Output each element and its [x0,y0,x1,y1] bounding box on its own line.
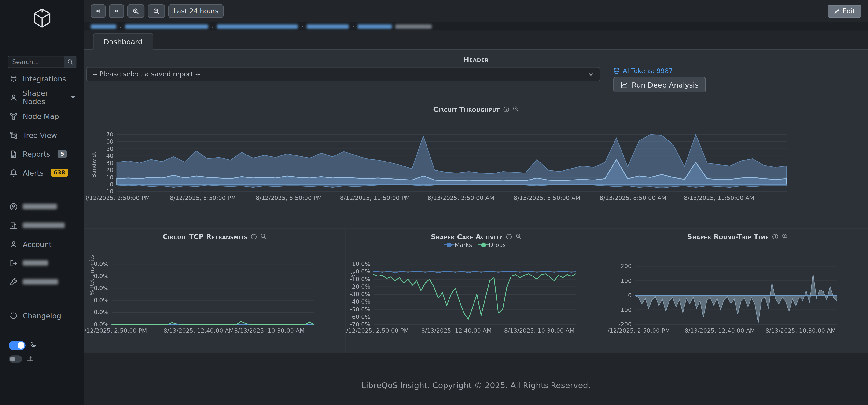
zoom-out-button[interactable] [148,4,165,18]
throughput-title: Circuit Throughput [433,105,500,113]
reports-icon [9,150,18,158]
breadcrumb-separator: › [352,24,354,29]
sidebar-item-redacted-logout[interactable] [0,253,84,272]
breadcrumb-link-redacted[interactable] [358,24,392,29]
sidebar-item-changelog[interactable]: Changelog [0,306,84,325]
round-trip-time-title: Shaper Round-Trip Time [687,232,769,241]
svg-text:8/12/2025, 2:50:00 PM: 8/12/2025, 2:50:00 PM [84,327,147,334]
svg-text:0.0%: 0.0% [94,273,108,280]
svg-text:20: 20 [106,167,114,174]
account-icon [9,240,18,248]
skip-forward-button[interactable]: » [109,4,124,18]
tab-bar: Dashboard [84,32,868,50]
info-icon[interactable] [772,233,778,240]
svg-text:-200: -200 [618,321,631,328]
integrations-icon [9,74,18,83]
tree-view-icon [9,131,18,139]
info-icon[interactable] [503,106,509,112]
saved-report-select[interactable]: -- Please select a saved report -- [86,67,600,81]
sidebar-item-redacted-admin[interactable] [0,272,84,291]
breadcrumb-separator: › [211,24,214,29]
svg-text:8/12/2025, 11:50:00 PM: 8/12/2025, 11:50:00 PM [340,194,410,201]
sidebar-item-label: Shaper Nodes [23,89,64,106]
dashboard-panel: Header -- Please select a saved report -… [84,50,868,353]
svg-text:8/13/2025, 10:30:00 AM: 8/13/2025, 10:30:00 AM [766,327,836,334]
libreqos-logo[interactable] [30,6,54,31]
search-input[interactable] [8,56,64,68]
sidebar-item-redacted-user[interactable] [0,197,84,216]
sidebar-item-label: Alerts [23,168,43,177]
cube-logo-icon [30,6,54,30]
bottom-charts-grid: Circuit TCP Retransmits % Retransmits 0.… [84,229,868,353]
changelog-icon [9,311,18,319]
header-section-title: Header [84,55,868,63]
svg-text:200: 200 [621,263,631,270]
sidebar-item-tree-view[interactable]: Tree View [0,126,84,145]
svg-text:8/13/2025, 5:50:00 AM: 8/13/2025, 5:50:00 AM [514,194,580,201]
tcp-retransmits-chart[interactable]: 0.0%0.0%0.0%0.0%0.0%0.0%8/12/2025, 2:50:… [84,249,339,336]
coins-icon [613,68,620,74]
sidebar-item-node-map[interactable]: Node Map [0,107,84,125]
breadcrumb-suffix-redacted [395,24,432,29]
logout-icon [9,259,18,267]
run-deep-analysis-label: Run Deep Analysis [631,81,699,89]
sidebar-item-label: Reports [23,150,50,158]
breadcrumb-link-redacted[interactable] [91,24,116,29]
svg-text:8/12/2025, 8:50:00 PM: 8/12/2025, 8:50:00 PM [256,194,322,201]
svg-text:0.0%: 0.0% [94,321,108,328]
round-trip-time-chart[interactable]: 2001000-100-2008/12/2025, 2:50:00 PM8/13… [607,249,862,336]
cake-activity-chart[interactable]: 10.0%0.0%-10.0%-20.0%-30.0%-40.0%-50.0%-… [346,249,601,336]
breadcrumb-link-redacted[interactable] [217,24,298,29]
magnifier-zoom-icon[interactable] [515,233,522,240]
breadcrumb-link-redacted[interactable] [307,24,349,29]
shaper-nodes-icon [9,93,18,101]
svg-text:40: 40 [106,152,114,159]
legend-drops-dot [481,242,486,247]
skip-back-button[interactable]: « [91,4,106,18]
sidebar-item-integrations[interactable]: Integrations [0,69,84,88]
redacted-text [23,279,58,285]
chevron-down-icon [588,71,594,77]
secondary-toggle[interactable] [9,355,22,363]
svg-text:8/13/2025, 10:30:00 AM: 8/13/2025, 10:30:00 AM [504,327,575,334]
legend-marks[interactable]: Marks [447,241,472,248]
sidebar-item-account[interactable]: Account [0,235,84,253]
svg-text:8/12/2025, 2:50:00 PM: 8/12/2025, 2:50:00 PM [346,327,409,334]
tab-dashboard[interactable]: Dashboard [93,33,153,50]
sidebar-item-alerts[interactable]: Alerts 638 [0,163,84,182]
run-deep-analysis-button[interactable]: Run Deep Analysis [613,77,706,92]
zoom-out-icon [153,7,160,15]
cake-activity-panel: Shaper Cake Activity Marks [345,229,607,353]
magnifier-zoom-icon[interactable] [260,233,267,240]
info-icon[interactable] [506,233,512,240]
edit-button[interactable]: Edit [828,5,862,17]
svg-text:70: 70 [106,131,114,138]
node-map-icon [9,112,18,120]
svg-text:8/13/2025, 10:30:00 AM: 8/13/2025, 10:30:00 AM [234,327,305,334]
ai-tokens[interactable]: AI Tokens: 9987 [613,67,673,75]
breadcrumb-link-redacted[interactable] [125,24,208,29]
magnifier-zoom-icon[interactable] [781,233,788,240]
sidebar-item-redacted-organization[interactable] [0,216,84,235]
magnifier-zoom-icon[interactable] [513,106,519,113]
search-button[interactable] [64,56,76,68]
legend-drops-label: Drops [489,241,506,248]
dark-mode-toggle[interactable] [9,341,26,350]
throughput-chart[interactable]: 706050403020100108/12/2025, 2:50:00 PM8/… [86,114,789,203]
legend-row-empty [607,241,868,249]
zoom-in-button[interactable] [127,4,145,18]
time-range-button[interactable]: Last 24 hours [168,4,223,18]
tcp-retransmits-title: Circuit TCP Retransmits [163,232,247,241]
sidebar-item-label: Tree View [23,131,57,139]
svg-text:0.0%: 0.0% [94,285,108,291]
chevron-down-icon [71,96,75,98]
sidebar-item-label: Integrations [23,74,66,83]
svg-text:-60.0%: -60.0% [350,313,370,320]
svg-text:-50.0%: -50.0% [350,306,370,313]
sidebar-item-reports[interactable]: Reports 5 [0,145,84,163]
sidebar-item-shaper-nodes[interactable]: Shaper Nodes [0,88,84,107]
throughput-chart-container: Bandwidth 706050403020100108/12/2025, 2:… [86,114,868,203]
legend-drops[interactable]: Drops [481,241,506,248]
sidebar-item-label: Node Map [23,112,59,120]
info-icon[interactable] [251,233,257,240]
